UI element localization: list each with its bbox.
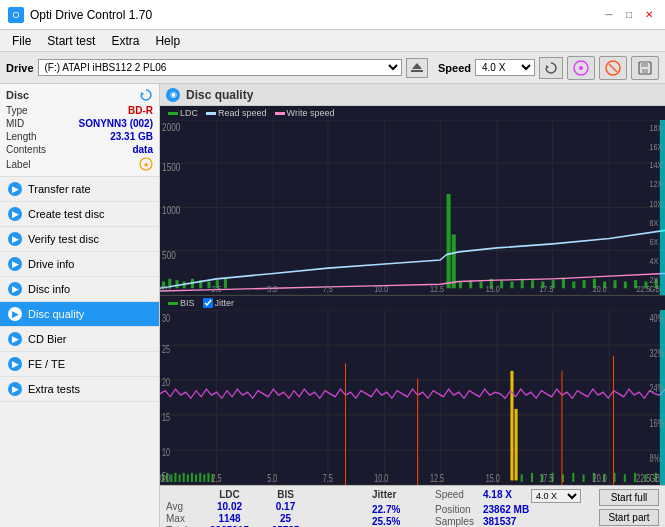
start-part-button[interactable]: Start part (599, 509, 659, 526)
chart-title: Disc quality (186, 88, 253, 102)
max-jitter-value: 25.5% (372, 516, 427, 527)
maximize-button[interactable]: □ (621, 7, 637, 23)
save-button[interactable] (631, 56, 659, 80)
svg-text:6X: 6X (650, 236, 659, 247)
start-full-button[interactable]: Start full (599, 489, 659, 506)
erase-button[interactable] (599, 56, 627, 80)
legend-jitter[interactable]: Jitter (203, 298, 235, 308)
svg-rect-0 (411, 70, 423, 72)
stats-right: Jitter Speed 4.18 X 4.0 X 22.7% Position… (372, 489, 581, 527)
svg-line-6 (609, 64, 617, 72)
legend-write: Write speed (275, 108, 335, 118)
nav-verify-test-disc[interactable]: ▶ Verify test disc (0, 227, 159, 252)
avg-label: Avg (166, 501, 196, 512)
close-button[interactable]: ✕ (641, 7, 657, 23)
disc-quality-icon: ▶ (8, 307, 22, 321)
svg-text:24%: 24% (650, 383, 664, 395)
svg-text:4X: 4X (650, 255, 659, 266)
svg-rect-84 (160, 310, 665, 485)
svg-text:20.0: 20.0 (593, 473, 607, 485)
eject-button[interactable] (406, 58, 428, 78)
speed-refresh-button[interactable] (539, 57, 563, 79)
svg-rect-36 (224, 279, 227, 288)
action-buttons: Start full Start part (599, 489, 659, 526)
menu-start-test[interactable]: Start test (39, 32, 103, 50)
bottom-chart-legend: BIS Jitter (160, 296, 665, 310)
disc-icon-button[interactable] (567, 56, 595, 80)
svg-rect-50 (572, 282, 575, 289)
svg-rect-107 (195, 474, 197, 482)
svg-marker-2 (546, 65, 549, 69)
svg-text:8%: 8% (650, 453, 660, 465)
svg-rect-114 (521, 474, 523, 482)
transfer-rate-icon: ▶ (8, 182, 22, 196)
top-chart-legend: LDC Read speed Write speed (160, 106, 665, 120)
nav-fe-te[interactable]: ▶ FE / TE (0, 352, 159, 377)
extra-tests-icon: ▶ (8, 382, 22, 396)
max-bis-value: 25 (263, 513, 308, 524)
speed-test-select[interactable]: 4.0 X (531, 489, 581, 503)
avg-ldc-value: 10.02 (202, 501, 257, 512)
top-chart-svg: 2000 1500 1000 500 0.0 2.5 5.0 7.5 10.0 … (160, 120, 665, 295)
speed-select[interactable]: 4.0 X (475, 59, 535, 76)
nav-disc-quality[interactable]: ▶ Disc quality (0, 302, 159, 327)
disc-panel-title: Disc (6, 89, 29, 101)
menu-extra[interactable]: Extra (103, 32, 147, 50)
svg-rect-101 (170, 474, 172, 482)
stats-table: LDC BIS Avg 10.02 0.17 Max 1148 25 Total… (166, 489, 366, 527)
avg-bis-value: 0.17 (263, 501, 308, 512)
nav-disc-info[interactable]: ▶ Disc info (0, 277, 159, 302)
svg-text:32%: 32% (650, 348, 664, 360)
legend-write-label: Write speed (287, 108, 335, 118)
svg-text:10.0: 10.0 (374, 283, 388, 294)
speed-label: Speed (438, 62, 471, 74)
bottom-chart-svg: 30 25 20 15 10 5 0.0 2.5 5.0 7.5 10.0 12… (160, 310, 665, 485)
stats-avg-row: Avg 10.02 0.17 (166, 501, 366, 512)
svg-rect-38 (452, 234, 456, 288)
fe-te-icon: ▶ (8, 357, 22, 371)
svg-text:5.0: 5.0 (267, 283, 277, 294)
svg-rect-132 (660, 310, 665, 485)
legend-ldc: LDC (168, 108, 198, 118)
top-chart-area: LDC Read speed Write speed (160, 106, 665, 296)
svg-rect-105 (187, 474, 189, 482)
svg-text:16%: 16% (650, 418, 664, 430)
max-label: Max (166, 513, 196, 524)
nav-transfer-rate[interactable]: ▶ Transfer rate (0, 177, 159, 202)
disc-panel-header: Disc (6, 88, 153, 102)
minimize-button[interactable]: ─ (601, 7, 617, 23)
svg-text:2.5: 2.5 (212, 283, 222, 294)
svg-text:20.0: 20.0 (593, 283, 607, 294)
svg-text:1000: 1000 (162, 204, 180, 216)
menu-help[interactable]: Help (147, 32, 188, 50)
disc-refresh-icon[interactable] (139, 88, 153, 102)
stats-max-row: Max 1148 25 (166, 513, 366, 524)
svg-rect-120 (583, 474, 585, 482)
read-color (206, 112, 216, 115)
drive-select[interactable]: (F:) ATAPI iHBS112 2 PL06 (38, 59, 402, 76)
svg-text:2X: 2X (650, 274, 659, 285)
stats-header: LDC BIS (166, 489, 366, 500)
col-bis-header: BIS (263, 489, 308, 500)
titlebar-buttons: ─ □ ✕ (601, 7, 657, 23)
svg-text:17.5: 17.5 (539, 283, 553, 294)
svg-rect-46 (531, 280, 534, 288)
svg-text:25: 25 (162, 343, 170, 355)
nav-cd-bier[interactable]: ▶ CD Bier (0, 327, 159, 352)
svg-text:14X: 14X (650, 159, 663, 170)
menu-file[interactable]: File (4, 32, 39, 50)
svg-text:10: 10 (162, 447, 170, 459)
nav-drive-info[interactable]: ▶ Drive info (0, 252, 159, 277)
disc-length-row: Length 23.31 GB (6, 130, 153, 143)
svg-rect-108 (199, 473, 201, 482)
jitter-checkbox[interactable] (203, 298, 213, 308)
verify-test-disc-icon: ▶ (8, 232, 22, 246)
legend-jitter-label: Jitter (215, 298, 235, 308)
svg-text:18X: 18X (650, 122, 663, 133)
svg-text:12.5: 12.5 (430, 473, 444, 485)
avg-jitter-value: 22.7% (372, 504, 427, 515)
nav-create-test-disc[interactable]: ▶ Create test disc (0, 202, 159, 227)
svg-rect-44 (510, 282, 513, 289)
top-chart-svg-container: 2000 1500 1000 500 0.0 2.5 5.0 7.5 10.0 … (160, 120, 665, 295)
nav-extra-tests[interactable]: ▶ Extra tests (0, 377, 159, 402)
